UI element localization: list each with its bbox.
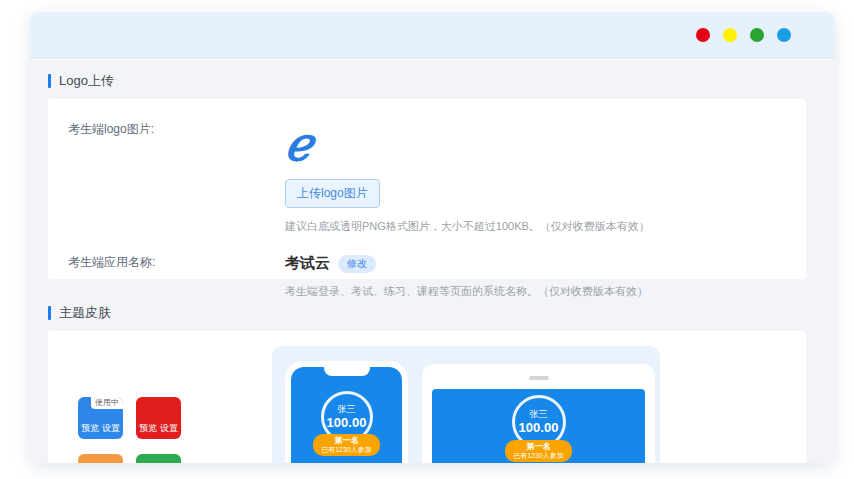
logo-upload-field: ℯ 上传logo图片 建议白底或透明PNG格式图片，大小不超过100KB。（仅对… [285, 121, 650, 234]
phone-notch-icon [324, 367, 370, 376]
rank-badge-title: 第一名 [513, 442, 564, 452]
preview-score: 100.00 [519, 420, 559, 436]
theme-swatch-grid: 使用中 预览 设置 预览 设置 [78, 397, 181, 463]
preview-user-name: 张三 [530, 409, 548, 420]
red-dot-icon[interactable] [696, 28, 710, 42]
section-title-logo-upload: Logo上传 [48, 72, 806, 90]
rank-badge-subtitle: 已有1230人参加 [321, 446, 372, 454]
preview-theme-button[interactable]: 预览 [81, 422, 99, 435]
blue-dot-icon[interactable] [777, 28, 791, 42]
modify-app-name-button[interactable]: 修改 [338, 255, 376, 273]
mobile-preview-screen: 张三 100.00 第一名 已有1230人参加 恭喜您，成功通过本次考试! [291, 367, 402, 463]
set-theme-button[interactable]: 设置 [102, 422, 120, 435]
section-title-theme-skin: 主题皮肤 [48, 304, 806, 322]
logo-upload-card: 考生端logo图片: ℯ 上传logo图片 建议白底或透明PNG格式图片，大小不… [48, 99, 806, 279]
in-use-badge: 使用中 [91, 397, 123, 409]
preview-theme-button[interactable]: 预览 [139, 422, 157, 435]
theme-preview-panel: 张三 100.00 第一名 已有1230人参加 恭喜您，成功通过本次考试! 张三… [272, 346, 660, 463]
tablet-preview-screen: 张三 100.00 第一名 已有1230人参加 [432, 389, 645, 463]
section-marker-icon [48, 74, 51, 88]
logo-image-label: 考生端logo图片: [48, 121, 285, 138]
theme-swatch-red[interactable]: 预览 设置 [136, 397, 181, 439]
rank-badge-title: 第一名 [321, 436, 372, 446]
app-name-hint: 考生端登录、考试、练习、课程等页面的系统名称。（仅对收费版本有效） [285, 284, 648, 299]
mobile-preview-mockup: 张三 100.00 第一名 已有1230人参加 恭喜您，成功通过本次考试! [285, 361, 408, 463]
preview-score: 100.00 [327, 415, 367, 431]
logo-image-row: 考生端logo图片: ℯ 上传logo图片 建议白底或透明PNG格式图片，大小不… [48, 99, 806, 234]
app-name-field: 考试云 修改 考生端登录、考试、练习、课程等页面的系统名称。（仅对收费版本有效） [285, 254, 648, 299]
green-dot-icon[interactable] [750, 28, 764, 42]
section-title-text: 主题皮肤 [59, 304, 111, 322]
app-logo-image: ℯ [285, 121, 650, 167]
theme-swatch-blue[interactable]: 使用中 预览 设置 [78, 397, 123, 439]
section-marker-icon [48, 306, 51, 320]
preview-user-name: 张三 [338, 404, 356, 415]
rank-badge: 第一名 已有1230人参加 [505, 440, 572, 462]
theme-swatch-orange[interactable] [78, 454, 123, 463]
theme-swatch-green[interactable] [136, 454, 181, 463]
app-name-value: 考试云 [285, 254, 330, 273]
upload-logo-button[interactable]: 上传logo图片 [285, 179, 380, 208]
speaker-slot-icon [529, 376, 549, 380]
logo-upload-hint: 建议白底或透明PNG格式图片，大小不超过100KB。（仅对收费版本有效） [285, 219, 650, 234]
tablet-preview-mockup: 张三 100.00 第一名 已有1230人参加 恭喜您，成功通过本次考试! [422, 364, 655, 463]
set-theme-button[interactable]: 设置 [160, 422, 178, 435]
yellow-dot-icon[interactable] [723, 28, 737, 42]
app-name-label: 考生端应用名称: [48, 254, 285, 271]
section-title-text: Logo上传 [59, 72, 114, 90]
theme-skin-card: 使用中 预览 设置 预览 设置 张三 [48, 331, 806, 463]
rank-badge-subtitle: 已有1230人参加 [513, 452, 564, 460]
window-titlebar [30, 12, 835, 58]
app-name-row: 考生端应用名称: 考试云 修改 考生端登录、考试、练习、课程等页面的系统名称。（… [48, 234, 806, 299]
app-window: Logo上传 考生端logo图片: ℯ 上传logo图片 建议白底或透明PNG格… [30, 12, 835, 463]
rank-badge: 第一名 已有1230人参加 [313, 434, 380, 456]
